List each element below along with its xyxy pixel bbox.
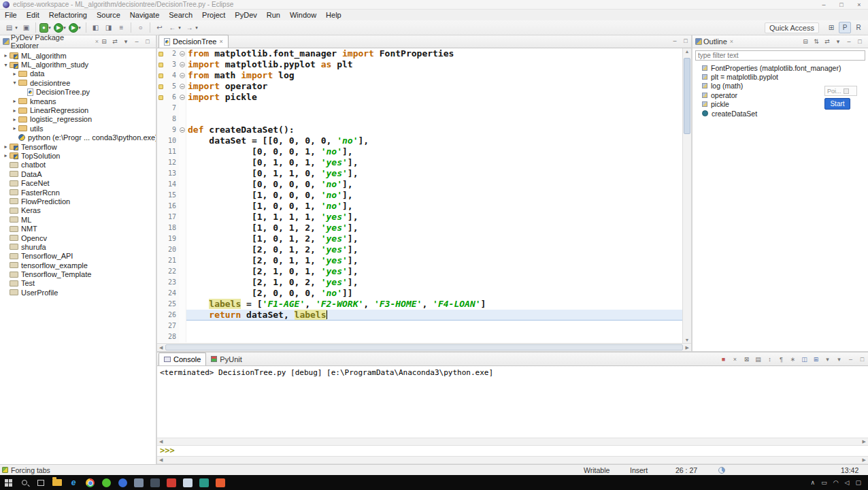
menu-edit[interactable]: Edit [22, 11, 44, 19]
editor-tab-decisiontree[interactable]: DecisionTree × [158, 35, 229, 48]
resource-perspective-icon[interactable]: R [852, 22, 865, 33]
terminate-icon[interactable]: ■ [718, 354, 729, 364]
tree-item-utils[interactable]: ▸utils [0, 124, 156, 133]
task-view-button[interactable] [33, 475, 49, 490]
fold-collapse-icon[interactable] [180, 62, 185, 67]
coverage-dropdown-icon[interactable]: ▾ [77, 22, 82, 33]
taskbar-search-button[interactable] [16, 475, 33, 490]
new-pydev-package-icon[interactable]: ◨ [103, 22, 114, 33]
tree-item-ml-algorithm[interactable]: ▸ML_algorithm [0, 51, 156, 60]
tree-item-topsolution[interactable]: ▸TopSolution [0, 151, 156, 160]
scroll-down-icon[interactable]: ▼ [683, 338, 691, 342]
word-wrap-icon[interactable]: ¶ [776, 354, 786, 364]
tree-item-dataa[interactable]: DataA [0, 169, 156, 178]
code-line-10[interactable]: 10 dataSet = [[0, 0, 0, 0, 'no'], [157, 135, 682, 146]
new-pydev-module-icon[interactable]: ◧ [90, 22, 101, 33]
tree-item-logistic-regression[interactable]: ▸logistic_regression [0, 115, 156, 124]
tray-network-icon[interactable]: ◠ [833, 479, 839, 486]
code-line-22[interactable]: 22 [2, 1, 0, 1, 'yes'], [157, 266, 682, 277]
menu-refactoring[interactable]: Refactoring [44, 11, 92, 19]
run-dropdown-icon[interactable]: ▾ [62, 22, 67, 33]
console-output[interactable]: <terminated> DecisionTree.py [debug] [e:… [157, 366, 868, 438]
taskbar-app-chrome-browser[interactable] [82, 475, 98, 490]
tree-item-tensorflow-api[interactable]: Tensorflow_API [0, 252, 156, 261]
view-menu-icon[interactable]: ▾ [834, 354, 844, 364]
code-line-7[interactable]: 7 [157, 103, 682, 114]
console-prompt[interactable]: >>> [157, 446, 868, 456]
code-line-25[interactable]: 25 labels = ['F1-AGE', 'F2-WORK', 'F3-HO… [157, 299, 682, 310]
menu-help[interactable]: Help [321, 11, 346, 19]
console-tab-console[interactable]: Console [158, 353, 206, 365]
tree-item-chatbot[interactable]: chatbot [0, 161, 156, 169]
taskbar-app-pdf-reader[interactable] [163, 475, 180, 490]
code-area[interactable]: 2from matplotlib.font_manager import Fon… [157, 48, 682, 343]
taskbar-app-app-orange[interactable] [212, 475, 229, 490]
taskbar-app-edge-browser[interactable]: e [65, 475, 82, 490]
tree-item-flowprediction[interactable]: FlowPrediction [0, 197, 156, 206]
code-line-17[interactable]: 17 [1, 1, 1, 1, 'yes'], [157, 212, 682, 223]
forward-dropdown-icon[interactable]: ▾ [194, 22, 199, 33]
fold-cell[interactable] [179, 59, 186, 70]
tree-item-decisiontree-py[interactable]: DecisionTree.py [0, 88, 156, 97]
tray-volume-icon[interactable]: ◁ [845, 479, 850, 486]
code-line-11[interactable]: 11 [0, 0, 0, 1, 'no'], [157, 146, 682, 157]
expand-arrow-icon[interactable]: ▸ [11, 116, 18, 122]
code-line-6[interactable]: 6import pickle [157, 92, 682, 103]
quick-access[interactable]: Quick Access [765, 22, 819, 33]
back-dropdown-icon[interactable]: ▾ [177, 22, 182, 33]
code-line-18[interactable]: 18 [1, 0, 1, 2, 'yes'], [157, 223, 682, 233]
code-line-23[interactable]: 23 [2, 1, 0, 2, 'yes'], [157, 277, 682, 288]
expand-arrow-icon[interactable]: ▸ [11, 108, 18, 114]
sort-icon[interactable]: ⇅ [811, 36, 822, 47]
tree-item-userprofile[interactable]: UserProfile [0, 288, 156, 297]
menu-file[interactable]: File [0, 11, 22, 19]
code-line-12[interactable]: 12 [0, 1, 0, 1, 'yes'], [157, 157, 682, 168]
link-with-editor-icon[interactable]: ⇄ [110, 36, 120, 47]
code-line-4[interactable]: 4from math import log [157, 70, 682, 81]
maximize-view-icon[interactable]: □ [857, 354, 867, 364]
organize-imports-icon[interactable]: ≡ [116, 22, 127, 33]
collapse-all-icon[interactable]: ⊟ [800, 36, 811, 47]
outline-item-plt[interactable]: plt = matplotlib.pyplot [692, 72, 868, 81]
tree-item-linearregression[interactable]: ▸LinearRegression [0, 105, 156, 114]
taskbar-app-app-teal[interactable] [196, 475, 212, 490]
pydev-perspective-icon[interactable]: P [839, 22, 851, 33]
tree-item-tensorflow[interactable]: ▸Tensorflow [0, 142, 156, 151]
recorder-mini-bar[interactable]: Poi... [824, 86, 857, 96]
code-line-26[interactable]: 26 return dataSet, labels [157, 310, 682, 321]
link-with-editor-icon[interactable]: ⇄ [822, 36, 833, 47]
expand-arrow-icon[interactable]: ▾ [2, 62, 10, 68]
minimize-view-icon[interactable]: – [131, 36, 142, 47]
minimize-view-icon[interactable]: – [844, 36, 854, 47]
recorder-start-button[interactable]: Start [824, 98, 850, 110]
fold-cell[interactable] [179, 125, 186, 135]
maximize-view-icon[interactable]: □ [854, 36, 865, 47]
outline-item-createdataset[interactable]: createDataSet [692, 109, 868, 118]
tray-battery-icon[interactable]: ▭ [821, 479, 827, 486]
tree-item-ml-algorithm-study[interactable]: ▾ML_algorithm_study [0, 60, 156, 69]
scroll-left-icon[interactable]: ◀ [159, 438, 163, 445]
maximize-editor-icon[interactable]: □ [680, 35, 691, 46]
outline-filter-input[interactable] [695, 50, 865, 61]
code-line-3[interactable]: 3import matplotlib.pyplot as plt [157, 59, 682, 70]
open-perspective-icon[interactable]: ⊞ [825, 22, 837, 33]
tree-item-ml[interactable]: ML [0, 215, 156, 224]
expand-arrow-icon[interactable]: ▸ [2, 152, 10, 159]
code-line-16[interactable]: 16 [1, 0, 0, 1, 'no'], [157, 201, 682, 212]
tray-expand-icon[interactable]: ∧ [811, 479, 816, 486]
minimize-view-icon[interactable]: – [846, 354, 856, 364]
tree-item-kmeans[interactable]: ▸kmeans [0, 97, 156, 105]
code-line-14[interactable]: 14 [0, 0, 0, 0, 'no'], [157, 179, 682, 190]
editor-horizontal-scrollbar[interactable]: ◀ ▶ [157, 343, 691, 351]
collapse-all-icon[interactable]: ⊟ [99, 36, 110, 47]
open-console-dropdown-icon[interactable]: ▾ [822, 354, 833, 364]
tree-item-data[interactable]: ▸data [0, 69, 156, 78]
taskbar-app-app-light[interactable] [180, 475, 196, 490]
remove-all-terminated-icon[interactable]: ⊠ [741, 354, 752, 364]
minimize-icon[interactable]: – [815, 0, 833, 10]
console-tab-pyunit[interactable]: PyUnit [206, 353, 246, 365]
display-selected-console-icon[interactable]: ◫ [799, 354, 809, 364]
code-line-19[interactable]: 19 [1, 0, 1, 2, 'yes'], [157, 233, 682, 244]
fold-collapse-icon[interactable] [180, 73, 185, 78]
clear-console-icon[interactable]: ▤ [753, 354, 763, 364]
